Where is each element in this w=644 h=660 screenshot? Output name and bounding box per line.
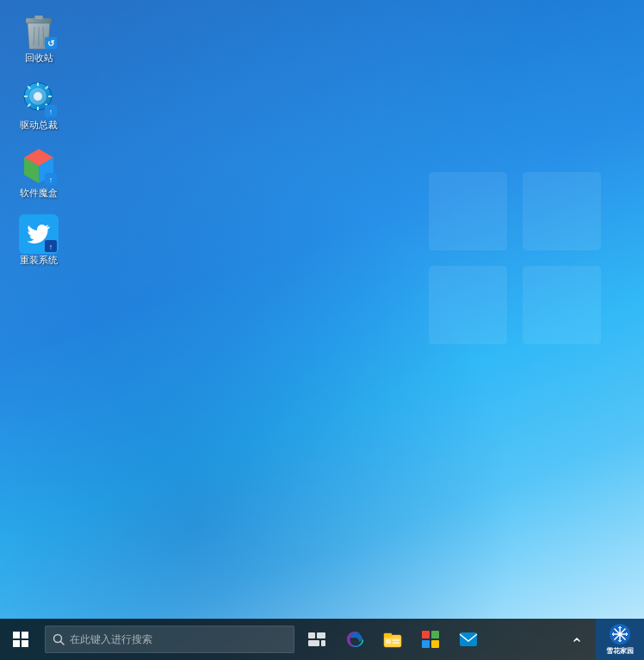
start-button[interactable] [0,619,41,660]
svg-line-39 [61,642,65,645]
svg-rect-1 [523,172,601,250]
svg-text:↺: ↺ [47,39,55,48]
svg-text:↑: ↑ [49,108,53,116]
svg-rect-46 [386,639,391,644]
svg-rect-49 [422,631,430,638]
taskbar-search[interactable]: 在此键入进行搜索 [45,626,294,653]
reinstall-system-image: ↑ [19,214,59,254]
recycle-bin-label: 回收站 [25,52,53,64]
software-toolbox-icon[interactable]: ↑ 软件魔盒 [9,144,69,202]
svg-rect-37 [22,640,28,647]
tray-expand-button[interactable] [563,623,591,656]
svg-rect-43 [321,640,325,646]
driver-manager-image: ↑ [19,79,59,119]
svg-rect-35 [22,632,28,638]
taskbar: 在此键入进行搜索 [0,619,644,660]
svg-rect-2 [429,266,507,344]
svg-rect-52 [431,640,439,648]
brand-logo[interactable]: 雪花家园 [596,619,644,660]
file-explorer-button[interactable] [374,619,412,660]
brand-text: 雪花家园 [606,646,634,656]
reinstall-system-label: 重装系统 [20,254,58,266]
reinstall-system-icon[interactable]: ↑ 重装系统 [9,211,69,269]
desktop-icons: ↺ 回收站 [9,9,69,269]
recycle-bin-icon[interactable]: ↺ 回收站 [9,9,69,67]
search-icon [53,633,65,645]
svg-rect-40 [308,632,315,638]
svg-rect-5 [34,15,43,20]
store-button[interactable] [412,619,449,660]
svg-rect-51 [422,640,430,648]
svg-rect-47 [393,639,399,641]
svg-rect-50 [431,631,439,638]
svg-rect-3 [523,266,601,344]
system-tray: 雪花家园 [558,619,644,660]
svg-text:↑: ↑ [49,243,53,251]
search-placeholder: 在此键入进行搜索 [70,632,152,647]
taskbar-apps [336,619,487,660]
svg-rect-41 [317,632,325,638]
software-toolbox-label: 软件魔盒 [20,187,58,199]
svg-point-13 [34,92,42,101]
svg-rect-42 [308,640,319,646]
svg-rect-53 [460,632,477,646]
svg-rect-0 [429,172,507,250]
software-toolbox-image: ↑ [19,147,59,187]
edge-button[interactable] [336,619,374,660]
svg-rect-34 [13,632,20,638]
svg-text:↑: ↑ [49,176,53,184]
svg-rect-48 [393,642,399,644]
driver-manager-icon[interactable]: ↑ 驱动总裁 [9,76,69,134]
mail-button[interactable] [449,619,487,660]
svg-point-59 [618,632,622,636]
desktop: ↺ 回收站 [0,0,644,660]
tray-icons [558,623,596,656]
driver-manager-label: 驱动总裁 [20,119,58,131]
task-view-button[interactable] [298,619,336,660]
windows-logo-watermark [429,172,618,361]
svg-rect-45 [384,633,392,637]
recycle-bin-image: ↺ [19,12,59,52]
svg-rect-36 [13,640,20,647]
